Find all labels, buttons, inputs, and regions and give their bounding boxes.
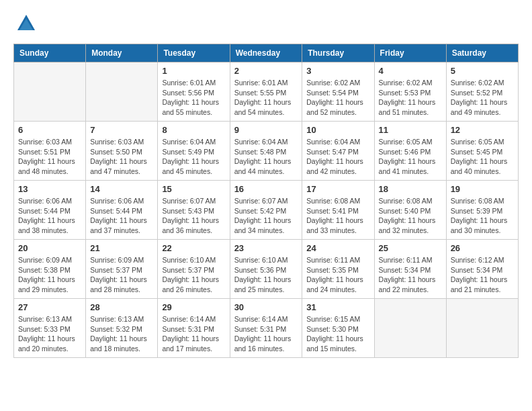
day-number: 9 xyxy=(234,125,298,135)
calendar-cell: 16Sunrise: 6:07 AM Sunset: 5:42 PM Dayli… xyxy=(230,181,302,240)
day-number: 14 xyxy=(90,184,153,194)
week-row-3: 13Sunrise: 6:06 AM Sunset: 5:44 PM Dayli… xyxy=(14,181,519,240)
day-number: 8 xyxy=(162,125,225,135)
day-info: Sunrise: 6:08 AM Sunset: 5:40 PM Dayligh… xyxy=(379,196,442,236)
day-number: 6 xyxy=(18,125,81,135)
weekday-header-tuesday: Tuesday xyxy=(158,44,230,62)
calendar-cell: 13Sunrise: 6:06 AM Sunset: 5:44 PM Dayli… xyxy=(14,181,86,240)
day-info: Sunrise: 6:09 AM Sunset: 5:38 PM Dayligh… xyxy=(18,255,81,295)
calendar-cell: 3Sunrise: 6:02 AM Sunset: 5:54 PM Daylig… xyxy=(302,62,374,122)
day-info: Sunrise: 6:11 AM Sunset: 5:35 PM Dayligh… xyxy=(306,255,369,295)
day-info: Sunrise: 6:04 AM Sunset: 5:49 PM Dayligh… xyxy=(162,137,225,177)
day-number: 22 xyxy=(162,243,225,253)
calendar-cell: 17Sunrise: 6:08 AM Sunset: 5:41 PM Dayli… xyxy=(302,181,374,240)
week-row-5: 27Sunrise: 6:13 AM Sunset: 5:33 PM Dayli… xyxy=(14,299,519,358)
day-info: Sunrise: 6:10 AM Sunset: 5:36 PM Dayligh… xyxy=(234,255,298,295)
calendar-cell: 29Sunrise: 6:14 AM Sunset: 5:31 PM Dayli… xyxy=(158,299,230,358)
calendar-cell: 11Sunrise: 6:05 AM Sunset: 5:46 PM Dayli… xyxy=(374,122,446,181)
day-number: 24 xyxy=(306,243,369,253)
weekday-header-saturday: Saturday xyxy=(446,44,518,62)
calendar-cell: 18Sunrise: 6:08 AM Sunset: 5:40 PM Dayli… xyxy=(374,181,446,240)
logo-content xyxy=(13,13,36,37)
day-number: 13 xyxy=(18,184,81,194)
day-number: 10 xyxy=(306,125,369,135)
day-info: Sunrise: 6:02 AM Sunset: 5:54 PM Dayligh… xyxy=(306,78,369,118)
day-info: Sunrise: 6:10 AM Sunset: 5:37 PM Dayligh… xyxy=(162,255,225,295)
day-number: 23 xyxy=(234,243,298,253)
day-info: Sunrise: 6:03 AM Sunset: 5:50 PM Dayligh… xyxy=(90,137,153,177)
day-info: Sunrise: 6:04 AM Sunset: 5:47 PM Dayligh… xyxy=(306,137,369,177)
calendar-cell: 22Sunrise: 6:10 AM Sunset: 5:37 PM Dayli… xyxy=(158,240,230,299)
calendar-cell xyxy=(14,62,86,122)
day-number: 5 xyxy=(451,66,514,76)
week-row-2: 6Sunrise: 6:03 AM Sunset: 5:51 PM Daylig… xyxy=(14,122,519,181)
calendar-cell: 19Sunrise: 6:08 AM Sunset: 5:39 PM Dayli… xyxy=(446,181,518,240)
logo-text xyxy=(13,13,36,37)
day-number: 7 xyxy=(90,125,153,135)
calendar: SundayMondayTuesdayWednesdayThursdayFrid… xyxy=(13,44,519,358)
week-row-1: 1Sunrise: 6:01 AM Sunset: 5:56 PM Daylig… xyxy=(14,62,519,122)
day-info: Sunrise: 6:07 AM Sunset: 5:43 PM Dayligh… xyxy=(162,196,225,236)
calendar-cell: 25Sunrise: 6:11 AM Sunset: 5:34 PM Dayli… xyxy=(374,240,446,299)
day-info: Sunrise: 6:01 AM Sunset: 5:56 PM Dayligh… xyxy=(162,78,225,118)
day-info: Sunrise: 6:06 AM Sunset: 5:44 PM Dayligh… xyxy=(90,196,153,236)
day-info: Sunrise: 6:04 AM Sunset: 5:48 PM Dayligh… xyxy=(234,137,298,177)
calendar-cell: 9Sunrise: 6:04 AM Sunset: 5:48 PM Daylig… xyxy=(230,122,302,181)
weekday-header-row: SundayMondayTuesdayWednesdayThursdayFrid… xyxy=(14,44,519,62)
weekday-header-thursday: Thursday xyxy=(302,44,374,62)
day-number: 28 xyxy=(90,302,153,312)
calendar-cell: 15Sunrise: 6:07 AM Sunset: 5:43 PM Dayli… xyxy=(158,181,230,240)
day-info: Sunrise: 6:02 AM Sunset: 5:52 PM Dayligh… xyxy=(451,78,514,118)
day-number: 16 xyxy=(234,184,298,194)
calendar-cell: 28Sunrise: 6:13 AM Sunset: 5:32 PM Dayli… xyxy=(86,299,158,358)
calendar-cell: 30Sunrise: 6:14 AM Sunset: 5:31 PM Dayli… xyxy=(230,299,302,358)
day-number: 19 xyxy=(451,184,514,194)
day-info: Sunrise: 6:05 AM Sunset: 5:46 PM Dayligh… xyxy=(379,137,442,177)
calendar-cell: 23Sunrise: 6:10 AM Sunset: 5:36 PM Dayli… xyxy=(230,240,302,299)
weekday-header-sunday: Sunday xyxy=(14,44,86,62)
calendar-cell: 8Sunrise: 6:04 AM Sunset: 5:49 PM Daylig… xyxy=(158,122,230,181)
calendar-cell: 14Sunrise: 6:06 AM Sunset: 5:44 PM Dayli… xyxy=(86,181,158,240)
day-info: Sunrise: 6:13 AM Sunset: 5:33 PM Dayligh… xyxy=(18,314,81,354)
calendar-cell: 6Sunrise: 6:03 AM Sunset: 5:51 PM Daylig… xyxy=(14,122,86,181)
day-number: 20 xyxy=(18,243,81,253)
day-number: 21 xyxy=(90,243,153,253)
calendar-cell: 20Sunrise: 6:09 AM Sunset: 5:38 PM Dayli… xyxy=(14,240,86,299)
day-info: Sunrise: 6:02 AM Sunset: 5:53 PM Dayligh… xyxy=(379,78,442,118)
day-number: 27 xyxy=(18,302,81,312)
day-number: 12 xyxy=(451,125,514,135)
day-info: Sunrise: 6:05 AM Sunset: 5:45 PM Dayligh… xyxy=(451,137,514,177)
day-info: Sunrise: 6:08 AM Sunset: 5:41 PM Dayligh… xyxy=(306,196,369,236)
calendar-cell: 1Sunrise: 6:01 AM Sunset: 5:56 PM Daylig… xyxy=(158,62,230,122)
day-info: Sunrise: 6:01 AM Sunset: 5:55 PM Dayligh… xyxy=(234,78,298,118)
calendar-cell: 26Sunrise: 6:12 AM Sunset: 5:34 PM Dayli… xyxy=(446,240,518,299)
day-number: 4 xyxy=(379,66,442,76)
calendar-cell xyxy=(446,299,518,358)
calendar-cell: 12Sunrise: 6:05 AM Sunset: 5:45 PM Dayli… xyxy=(446,122,518,181)
weekday-header-wednesday: Wednesday xyxy=(230,44,302,62)
day-info: Sunrise: 6:13 AM Sunset: 5:32 PM Dayligh… xyxy=(90,314,153,354)
calendar-cell: 27Sunrise: 6:13 AM Sunset: 5:33 PM Dayli… xyxy=(14,299,86,358)
calendar-cell xyxy=(374,299,446,358)
day-number: 26 xyxy=(451,243,514,253)
day-number: 18 xyxy=(379,184,442,194)
logo-icon xyxy=(16,13,36,34)
week-row-4: 20Sunrise: 6:09 AM Sunset: 5:38 PM Dayli… xyxy=(14,240,519,299)
calendar-cell xyxy=(86,62,158,122)
calendar-cell: 31Sunrise: 6:15 AM Sunset: 5:30 PM Dayli… xyxy=(302,299,374,358)
day-number: 17 xyxy=(306,184,369,194)
logo xyxy=(13,13,36,37)
calendar-cell: 10Sunrise: 6:04 AM Sunset: 5:47 PM Dayli… xyxy=(302,122,374,181)
calendar-cell: 7Sunrise: 6:03 AM Sunset: 5:50 PM Daylig… xyxy=(86,122,158,181)
day-info: Sunrise: 6:15 AM Sunset: 5:30 PM Dayligh… xyxy=(306,314,369,354)
day-info: Sunrise: 6:08 AM Sunset: 5:39 PM Dayligh… xyxy=(451,196,514,236)
day-info: Sunrise: 6:14 AM Sunset: 5:31 PM Dayligh… xyxy=(162,314,225,354)
day-info: Sunrise: 6:14 AM Sunset: 5:31 PM Dayligh… xyxy=(234,314,298,354)
weekday-header-friday: Friday xyxy=(374,44,446,62)
day-info: Sunrise: 6:11 AM Sunset: 5:34 PM Dayligh… xyxy=(379,255,442,295)
day-number: 15 xyxy=(162,184,225,194)
day-info: Sunrise: 6:09 AM Sunset: 5:37 PM Dayligh… xyxy=(90,255,153,295)
day-number: 1 xyxy=(162,66,225,76)
day-number: 11 xyxy=(379,125,442,135)
day-number: 29 xyxy=(162,302,225,312)
